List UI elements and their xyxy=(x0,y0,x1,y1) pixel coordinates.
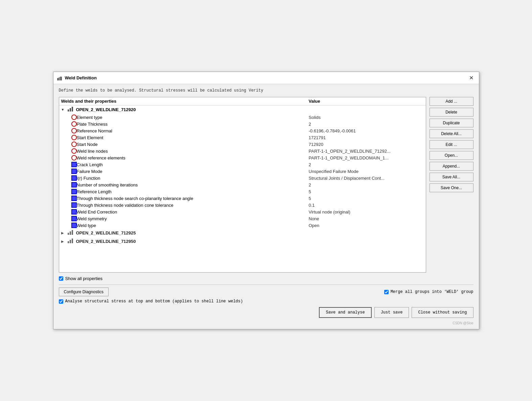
svg-rect-5 xyxy=(72,107,73,111)
red-circle-icon xyxy=(71,135,77,140)
expand-icon: ▶ xyxy=(61,231,66,235)
edit-button[interactable]: Edit ... xyxy=(430,140,473,149)
table-row[interactable]: Reference Length5 xyxy=(59,188,426,195)
append-button[interactable]: Append... xyxy=(430,162,473,171)
property-value: 712920 xyxy=(309,142,424,147)
add-button[interactable]: Add ... xyxy=(430,97,473,106)
save-and-analyse-button[interactable]: Save and analyse xyxy=(319,307,371,318)
table-row[interactable]: Weld line nodesPART-1-1_OPEN_2_WELDLINE_… xyxy=(59,148,426,154)
table-row[interactable]: Failure ModeUnspecified Failure Mode xyxy=(59,168,426,175)
blue-square-icon xyxy=(71,216,77,221)
weld-name: OPEN_2_WELDLINE_712920 xyxy=(76,107,136,112)
buttons-panel: Add ... Delete Duplicate Delete All... E… xyxy=(430,97,473,273)
merge-groups-label[interactable]: Merge all groups into 'WELD' group xyxy=(391,290,473,294)
red-circle-icon xyxy=(71,142,77,147)
col-value-header: Value xyxy=(309,99,424,104)
show-all-properties-checkbox[interactable] xyxy=(59,276,63,281)
property-name: Number of smoothing iterations xyxy=(77,182,309,187)
weld-line-icon xyxy=(67,230,74,236)
table-row[interactable]: Number of smoothing iterations2 xyxy=(59,181,426,188)
property-name: Start Element xyxy=(77,135,309,140)
save-one-button[interactable]: Save One... xyxy=(430,183,473,192)
svg-rect-4 xyxy=(70,108,71,111)
property-value: 1721791 xyxy=(309,135,424,140)
property-name: Weld reference elements xyxy=(77,155,309,160)
property-name: Element type xyxy=(77,115,309,120)
merge-groups-row: Merge all groups into 'WELD' group xyxy=(384,290,473,294)
table-row[interactable]: Element typeSolids xyxy=(59,114,426,121)
property-name: Crack Length xyxy=(77,162,309,167)
blue-square-icon xyxy=(71,202,77,208)
blue-square-icon xyxy=(71,162,77,167)
table-row[interactable]: Plate Thickness2 xyxy=(59,121,426,127)
table-row[interactable]: Reference Normal-0.6196,-0.7849,-0.0061 xyxy=(59,127,426,134)
analyse-structural-row: Analyse structural stress at top and bot… xyxy=(59,299,473,304)
property-value: Solids xyxy=(309,115,424,120)
save-all-button[interactable]: Save All... xyxy=(430,173,473,181)
table-row[interactable]: Weld End CorrectionVirtual node (origina… xyxy=(59,208,426,215)
table-row[interactable]: Start Node712920 xyxy=(59,141,426,148)
property-value: 2 xyxy=(309,162,424,167)
blue-square-icon xyxy=(71,223,77,228)
show-all-properties-label[interactable]: Show all properties xyxy=(65,276,103,281)
weld-header-row[interactable]: ▼ OPEN_2_WELDLINE_712920 xyxy=(59,105,426,114)
red-circle-icon xyxy=(71,155,77,160)
table-row[interactable]: Through thickness node search co-planari… xyxy=(59,195,426,202)
table-row[interactable]: Start Element1721791 xyxy=(59,134,426,141)
merge-groups-checkbox[interactable] xyxy=(384,290,389,294)
delete-button[interactable]: Delete xyxy=(430,108,473,117)
red-circle-icon xyxy=(71,148,77,154)
svg-rect-11 xyxy=(72,239,73,243)
table-row[interactable]: Weld symmetryNone xyxy=(59,215,426,222)
analyse-structural-checkbox[interactable] xyxy=(59,299,63,304)
weld-table[interactable]: Welds and their properties Value ▼ OPEN_… xyxy=(59,97,426,273)
table-row[interactable]: Through thickness node validation cone t… xyxy=(59,202,426,208)
expand-icon: ▼ xyxy=(61,108,66,111)
property-value: Virtual node (original) xyxy=(309,209,424,215)
watermark: CSDN @Sloe xyxy=(59,321,473,325)
property-value: 0.1 xyxy=(309,203,424,208)
property-name: Start Node xyxy=(77,142,309,147)
weld-header-row[interactable]: ▶ OPEN_2_WELDLINE_712925 xyxy=(59,229,426,237)
delete-all-button[interactable]: Delete All... xyxy=(430,129,473,138)
property-value: Open xyxy=(309,223,424,228)
weld-header-row[interactable]: ▶ OPEN_2_WELDLINE_712950 xyxy=(59,237,426,246)
property-value: PART-1-1_OPEN_2_WELDLINE_71292... xyxy=(309,149,424,154)
close-window-button[interactable]: ✕ xyxy=(467,74,476,82)
close-without-saving-button[interactable]: Close without saving xyxy=(412,307,473,318)
property-value: PART-1-1_OPEN_2_WELDDOMAIN_1... xyxy=(309,155,424,160)
blue-square-icon xyxy=(71,175,77,181)
property-name: Through thickness node validation cone t… xyxy=(77,203,309,208)
title-bar: Weld Definition ✕ xyxy=(53,72,479,84)
table-row[interactable]: I(r) FunctionStructural Joints / Displac… xyxy=(59,175,426,181)
main-area: Welds and their properties Value ▼ OPEN_… xyxy=(59,97,473,273)
open-button[interactable]: Open... xyxy=(430,151,473,160)
svg-rect-9 xyxy=(68,241,69,243)
blue-square-icon xyxy=(71,169,77,174)
analyse-structural-label[interactable]: Analyse structural stress at top and bot… xyxy=(65,299,243,304)
property-value: 5 xyxy=(309,196,424,201)
svg-rect-7 xyxy=(70,231,71,235)
property-value: Structural Joints / Displacement Cont... xyxy=(309,176,424,181)
weld-line-icon xyxy=(67,106,74,113)
svg-rect-10 xyxy=(70,240,71,243)
weld-definition-dialog: Weld Definition ✕ Define the welds to be… xyxy=(53,72,479,329)
options-row: Configure Diagnostics Merge all groups i… xyxy=(59,287,473,296)
table-row[interactable]: Weld typeOpen xyxy=(59,222,426,229)
configure-diagnostics-button[interactable]: Configure Diagnostics xyxy=(59,287,109,296)
col-name-header: Welds and their properties xyxy=(61,99,309,104)
table-row[interactable]: Crack Length2 xyxy=(59,161,426,168)
svg-rect-3 xyxy=(68,109,69,111)
duplicate-button[interactable]: Duplicate xyxy=(430,119,473,127)
table-row[interactable]: Weld reference elementsPART-1-1_OPEN_2_W… xyxy=(59,154,426,161)
just-save-button[interactable]: Just save xyxy=(374,307,409,318)
red-circle-icon xyxy=(71,115,77,120)
property-name: Weld line nodes xyxy=(77,149,309,154)
property-value: 2 xyxy=(309,122,424,127)
property-name: Plate Thickness xyxy=(77,122,309,127)
blue-square-icon xyxy=(71,182,77,187)
table-rows: ▼ OPEN_2_WELDLINE_712920Element typeSoli… xyxy=(59,105,426,246)
property-name: Through thickness node search co-planari… xyxy=(77,196,309,201)
weld-name: OPEN_2_WELDLINE_712950 xyxy=(76,239,136,244)
property-name: Weld End Correction xyxy=(77,209,309,215)
